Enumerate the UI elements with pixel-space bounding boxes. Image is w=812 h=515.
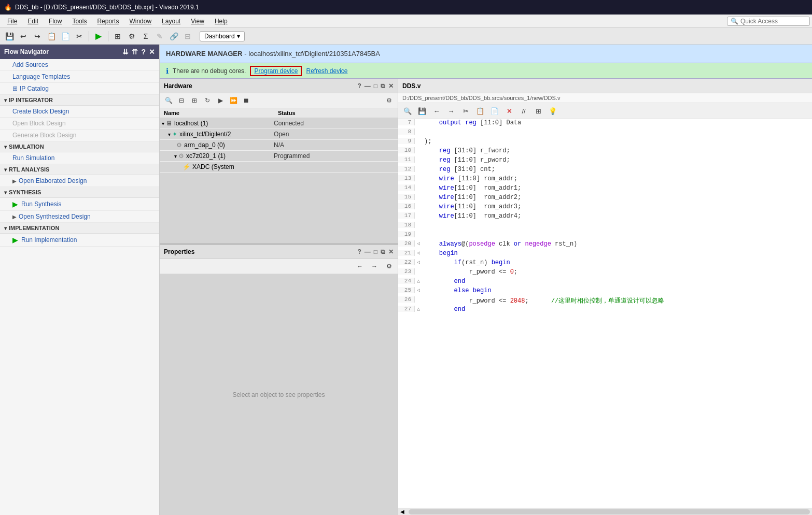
nav-item-create-block-design[interactable]: Create Block Design xyxy=(0,106,159,118)
hw-run-btn[interactable]: ▶ xyxy=(215,95,226,106)
section-simulation[interactable]: ▾ SIMULATION xyxy=(0,141,159,152)
chevron-down-icon: ▾ xyxy=(237,33,240,40)
quick-access-box[interactable]: 🔍 xyxy=(727,17,810,26)
dashboard-dropdown[interactable]: Dashboard ▾ xyxy=(200,31,245,41)
expand-icon[interactable]: ⇈ xyxy=(132,48,138,56)
props-float-icon[interactable]: ⧉ xyxy=(381,248,385,255)
nav-item-generate-block-design: Generate Block Design xyxy=(0,130,159,141)
toolbar-separator-1 xyxy=(89,31,89,41)
code-toolbar: 🔍 💾 ← → ✂ 📋 📄 ✕ // ⊞ 💡 xyxy=(398,103,812,119)
code-save-btn[interactable]: 💾 xyxy=(416,105,428,117)
program-device-button[interactable]: Program device xyxy=(250,66,302,76)
code-back-btn[interactable]: ← xyxy=(430,105,443,117)
props-minimize-icon[interactable]: — xyxy=(365,248,371,255)
menu-view[interactable]: View xyxy=(186,17,209,26)
paste-button[interactable]: 📄 xyxy=(59,30,72,42)
program-button[interactable]: ⊞ xyxy=(111,30,124,42)
nav-item-run-simulation[interactable]: Run Simulation xyxy=(0,152,159,164)
sigma-button[interactable]: Σ xyxy=(139,30,152,42)
nav-item-add-sources[interactable]: Add Sources xyxy=(0,59,159,71)
save-button[interactable]: 💾 xyxy=(3,30,16,42)
collapse-icon[interactable]: ⇊ xyxy=(122,48,129,56)
hw-expand-btn[interactable]: ⊞ xyxy=(189,95,200,106)
hw-help-icon[interactable]: ? xyxy=(357,82,361,90)
menu-edit[interactable]: Edit xyxy=(22,17,44,26)
code-comment-btn[interactable]: // xyxy=(517,105,530,117)
cut-button[interactable]: ✂ xyxy=(73,30,86,42)
props-settings-btn[interactable]: ⚙ xyxy=(383,261,395,272)
hw-restore-icon[interactable]: □ xyxy=(374,82,377,90)
section-ip-integrator[interactable]: ▾ IP INTEGRATOR xyxy=(0,95,159,106)
menu-window[interactable]: Window xyxy=(124,17,157,26)
help-icon[interactable]: ? xyxy=(141,48,146,56)
menu-layout[interactable]: Layout xyxy=(157,17,186,26)
section-rtl-analysis[interactable]: ▾ RTL ANALYSIS xyxy=(0,164,159,175)
hw-search-btn[interactable]: 🔍 xyxy=(163,95,174,106)
code-search-btn[interactable]: 🔍 xyxy=(401,105,414,117)
hw-row-xadc[interactable]: ⚡ XADC (System xyxy=(160,162,398,173)
nav-item-open-synthesized-design[interactable]: ▶ Open Synthesized Design xyxy=(0,211,159,223)
hw-float-icon[interactable]: ⧉ xyxy=(381,82,385,90)
menu-flow[interactable]: Flow xyxy=(44,17,67,26)
expand-localhost[interactable]: ▾ xyxy=(162,121,164,126)
code-block-btn[interactable]: ⊞ xyxy=(532,105,544,117)
menu-reports[interactable]: Reports xyxy=(92,17,124,26)
menu-help[interactable]: Help xyxy=(209,17,233,26)
section-synthesis[interactable]: ▾ SYNTHESIS xyxy=(0,187,159,198)
nav-item-language-templates[interactable]: Language Templates xyxy=(0,71,159,83)
code-cut-btn[interactable]: ✂ xyxy=(459,105,472,117)
nav-item-run-implementation[interactable]: ▶ Run Implementation xyxy=(0,234,159,247)
menu-bar: File Edit Flow Tools Reports Window Layo… xyxy=(0,15,812,28)
code-editor[interactable]: 7 output reg [11:0] Data 8 9 ) xyxy=(398,119,812,508)
horizontal-scrollbar[interactable] xyxy=(409,509,810,514)
expand-xilinx[interactable]: ▾ xyxy=(168,132,171,137)
props-back-btn[interactable]: ← xyxy=(354,261,366,272)
simulation-label: SIMULATION xyxy=(9,144,44,150)
hw-row-xilinx[interactable]: ▾ ✦ xilinx_tcf/Digilent/2 Open xyxy=(160,129,398,140)
props-close-icon[interactable]: ✕ xyxy=(388,248,394,255)
close-icon[interactable]: ✕ xyxy=(149,48,155,56)
props-restore-icon[interactable]: □ xyxy=(374,248,377,255)
expand-xc7z[interactable]: ▾ xyxy=(174,153,177,159)
nav-item-run-synthesis[interactable]: ▶ Run Synthesis xyxy=(0,198,159,211)
nav-item-open-block-design: Open Block Design xyxy=(0,118,159,130)
code-delete-btn[interactable]: ✕ xyxy=(503,105,515,117)
hw-minimize-icon[interactable]: — xyxy=(365,82,371,90)
code-paste-btn[interactable]: 📄 xyxy=(488,105,501,117)
hw-close-icon[interactable]: ✕ xyxy=(388,82,394,90)
nav-item-ip-catalog[interactable]: ⊞ IP Catalog xyxy=(0,83,159,95)
rtl-label: RTL ANALYSIS xyxy=(9,166,49,173)
link-btn[interactable]: 🔗 xyxy=(167,30,180,42)
block-btn[interactable]: ⊟ xyxy=(181,30,194,42)
props-help-icon[interactable]: ? xyxy=(357,248,361,255)
hw-stop-btn[interactable]: ⏹ xyxy=(241,95,252,106)
section-implementation[interactable]: ▾ IMPLEMENTATION xyxy=(0,223,159,234)
toolbar: 💾 ↩ ↪ 📋 📄 ✂ ▶ ⊞ ⚙ Σ ✎ 🔗 ⊟ Dashboard ▾ xyxy=(0,28,812,45)
code-panel: DDS.v D:/DDS_present/DDS_bb/DDS_bb.srcs/… xyxy=(398,79,812,515)
hw-manager-title: HARDWARE MANAGER xyxy=(166,50,242,58)
hw-refresh-btn[interactable]: ↻ xyxy=(202,95,213,106)
quick-access-input[interactable] xyxy=(740,18,803,25)
menu-tools[interactable]: Tools xyxy=(67,17,92,26)
hw-settings-btn[interactable]: ⚙ xyxy=(383,95,395,106)
hw-row-localhost[interactable]: ▾ 🖥 localhost (1) Connected xyxy=(160,118,398,129)
hw-row-xc7z020[interactable]: ▾ ⚙ xc7z020_1 (1) Programmed xyxy=(160,151,398,162)
code-fwd-btn[interactable]: → xyxy=(445,105,457,117)
undo-button[interactable]: ↩ xyxy=(17,30,30,42)
hw-collapse-btn[interactable]: ⊟ xyxy=(176,95,187,106)
code-copy-btn[interactable]: 📋 xyxy=(474,105,486,117)
code-bulb-btn[interactable]: 💡 xyxy=(547,105,559,117)
edit-btn[interactable]: ✎ xyxy=(153,30,166,42)
copy-button[interactable]: 📋 xyxy=(45,30,58,42)
left-arrow-icon[interactable]: ◀ xyxy=(398,509,407,514)
redo-button[interactable]: ↪ xyxy=(31,30,44,42)
refresh-device-link[interactable]: Refresh device xyxy=(306,67,347,75)
settings-button[interactable]: ⚙ xyxy=(125,30,138,42)
props-fwd-btn[interactable]: → xyxy=(369,261,380,272)
dashboard-label: Dashboard xyxy=(204,33,235,40)
hw-fwd-btn[interactable]: ⏩ xyxy=(228,95,239,106)
run-button[interactable]: ▶ xyxy=(92,30,105,42)
hw-row-arm-dap[interactable]: ⚙ arm_dap_0 (0) N/A xyxy=(160,140,398,151)
nav-item-open-elaborated-design[interactable]: ▶ Open Elaborated Design xyxy=(0,175,159,187)
menu-file[interactable]: File xyxy=(2,17,22,26)
